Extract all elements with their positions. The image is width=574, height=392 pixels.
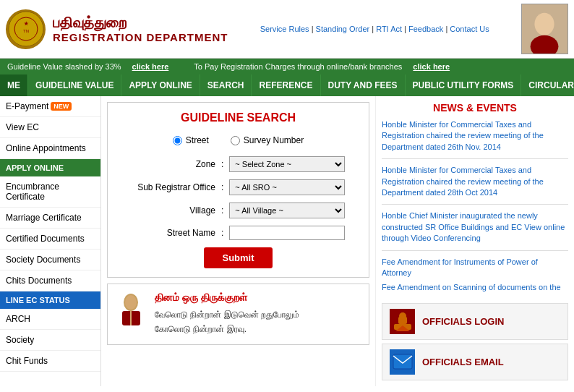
street-label: Street Name	[116, 228, 221, 238]
news-item-2[interactable]: Honble Minister for Commercial Taxes and…	[382, 165, 568, 198]
news-item-3[interactable]: Honble Chief Minister inaugurated the ne…	[382, 210, 568, 244]
sidebar-item-epayment[interactable]: E-Payment NEW	[0, 96, 100, 117]
svg-rect-14	[393, 354, 412, 369]
main-content: E-Payment NEW View EC Online Appointment…	[0, 96, 574, 386]
nav-item-home[interactable]: ME	[0, 74, 28, 96]
sro-select[interactable]: ~ All SRO ~	[229, 179, 345, 195]
radio-survey[interactable]	[231, 136, 240, 145]
officials-login-btn[interactable]: OFFICIALS LOGIN	[382, 303, 568, 340]
village-row: Village : ~ All Village ~	[116, 203, 360, 218]
news-item-4[interactable]: Fee Amendment for Instruments of Power o…	[382, 257, 568, 279]
sro-label: Sub Registrar Office	[116, 182, 221, 192]
submit-button[interactable]: Submit	[204, 247, 272, 268]
news-divider1	[382, 158, 568, 159]
sidebar-section-apply: APPLY ONLINE	[0, 159, 100, 176]
radio-street[interactable]	[173, 136, 182, 145]
sidebar-item-certified[interactable]: Certified Documents	[0, 229, 100, 250]
officials-login-icon	[390, 309, 415, 334]
right-panel: NEWS & EVENTS Honble Minister for Commer…	[375, 96, 574, 386]
svg-point-13	[399, 312, 406, 320]
header-left: ★ TN பதிவுத்துறை REGISTRATION DEPARTMENT	[6, 9, 228, 49]
sidebar-item-chits[interactable]: Chits Documents	[0, 270, 100, 291]
sidebar: E-Payment NEW View EC Online Appointment…	[0, 96, 101, 386]
guideline-search-box: GUIDELINE SEARCH Street Survey Number Zo…	[107, 102, 369, 278]
thiruvalluvar-icon	[115, 291, 147, 328]
news-divider3	[382, 250, 568, 251]
nav-item-search[interactable]: SEARCH	[200, 74, 252, 96]
new-badge: NEW	[51, 102, 72, 111]
submit-row: Submit	[116, 247, 360, 268]
radio-survey-label[interactable]: Survey Number	[231, 135, 304, 145]
news-title: NEWS & EVENTS	[382, 102, 568, 114]
email-icon-svg	[393, 354, 413, 370]
logo-emblem: ★ TN	[6, 9, 46, 49]
kural-line2: கோலொடு நின்றான் இரவு.	[155, 322, 299, 336]
svg-point-9	[125, 295, 137, 310]
feedback-link[interactable]: Feedback	[408, 25, 443, 33]
standing-order-link[interactable]: Standing Order	[316, 25, 370, 33]
radio-street-label[interactable]: Street	[173, 135, 209, 145]
officials-email-icon	[390, 349, 415, 375]
kural-line1: வேலொடு நின்றான் இடுவென் றதுபோலும்	[155, 307, 299, 322]
guideline-search-title: GUIDELINE SEARCH	[116, 111, 360, 124]
svg-text:TN: TN	[23, 29, 29, 33]
sro-row: Sub Registrar Office : ~ All SRO ~	[116, 179, 360, 195]
officials-email-label: OFFICIALS EMAIL	[422, 357, 504, 367]
header-service-links: Service Rules | Standing Order | RTI Act…	[228, 25, 521, 33]
nav-bar: ME GUIDELINE VALUE APPLY ONLINE SEARCH R…	[0, 74, 574, 96]
kural-title: தினம் ஒரு திருக்குறள்	[155, 291, 299, 304]
service-rules-link[interactable]: Service Rules	[260, 25, 309, 33]
officials-login-label: OFFICIALS LOGIN	[422, 316, 504, 327]
guideline-link2[interactable]: click here	[413, 62, 450, 71]
sidebar-item-marriage[interactable]: Marriage Certificate	[0, 208, 100, 229]
svg-point-5	[534, 13, 554, 35]
kural-content: தினம் ஒரு திருக்குறள் வேலொடு நின்றான் இட…	[155, 291, 299, 337]
logo-text: பதிவுத்துறை REGISTRATION DEPARTMENT	[53, 14, 228, 43]
svg-text:★: ★	[24, 21, 29, 26]
center-panel: GUIDELINE SEARCH Street Survey Number Zo…	[101, 96, 375, 386]
radio-row: Street Survey Number	[116, 135, 360, 145]
kural-icon	[115, 291, 147, 328]
guideline-link1[interactable]: click here	[132, 62, 169, 71]
street-row: Street Name :	[116, 226, 360, 240]
contact-link[interactable]: Contact Us	[450, 25, 489, 33]
header: ★ TN பதிவுத்துறை REGISTRATION DEPARTMENT…	[0, 0, 574, 59]
rti-act-link[interactable]: RTI Act	[376, 25, 402, 33]
guideline-bar: Guideline Value slashed by 33% click her…	[0, 59, 574, 74]
login-icon-svg	[393, 311, 413, 331]
epayment-label: E-Payment	[6, 101, 48, 111]
news-item-1[interactable]: Honble Minister for Commercial Taxes and…	[382, 119, 568, 153]
logo-tamil: பதிவுத்துறை	[53, 14, 228, 31]
sidebar-item-chitfunds[interactable]: Chit Funds	[0, 351, 100, 372]
sidebar-item-arch[interactable]: ARCH	[0, 309, 100, 330]
logo-english: REGISTRATION DEPARTMENT	[53, 31, 228, 43]
zone-label: Zone	[116, 159, 221, 169]
news-divider2	[382, 204, 568, 205]
sidebar-item-society2[interactable]: Society	[0, 330, 100, 351]
village-label: Village	[116, 205, 221, 216]
village-select[interactable]: ~ All Village ~	[229, 203, 345, 218]
nav-item-duty[interactable]: DUTY AND FEES	[321, 74, 406, 96]
sidebar-item-appointments[interactable]: Online Appointments	[0, 138, 100, 159]
sidebar-item-viewec[interactable]: View EC	[0, 117, 100, 138]
zone-row: Zone : ~ Select Zone ~	[116, 156, 360, 172]
nav-item-circulars[interactable]: CIRCULARS	[521, 74, 574, 96]
news-item-5[interactable]: Fee Amendment on Scanning of documents o…	[382, 282, 568, 293]
viewec-label: View EC	[6, 122, 39, 132]
header-photo	[521, 4, 568, 54]
nav-item-apply[interactable]: APPLY ONLINE	[121, 74, 200, 96]
appointments-label: Online Appointments	[6, 143, 86, 153]
guideline-text2: To Pay Registration Charges through onli…	[194, 62, 402, 71]
sidebar-item-society[interactable]: Society Documents	[0, 250, 100, 270]
kural-box: தினம் ஒரு திருக்குறள் வேலொடு நின்றான் இட…	[107, 284, 369, 345]
street-input[interactable]	[229, 226, 345, 240]
nav-item-reference[interactable]: REFERENCE	[252, 74, 320, 96]
zone-select[interactable]: ~ Select Zone ~	[229, 156, 345, 172]
official-photo-placeholder	[522, 4, 567, 54]
officials-email-btn[interactable]: OFFICIALS EMAIL	[382, 344, 568, 380]
nav-item-guideline[interactable]: GUIDELINE VALUE	[28, 74, 121, 96]
nav-item-utility[interactable]: PUBLIC UTILITY FORMS	[406, 74, 522, 96]
sidebar-item-ec[interactable]: Encumbrance Certificate	[0, 176, 100, 208]
emblem-svg: ★ TN	[8, 11, 44, 47]
sidebar-section-ec: LINE EC STATUS	[0, 291, 100, 309]
